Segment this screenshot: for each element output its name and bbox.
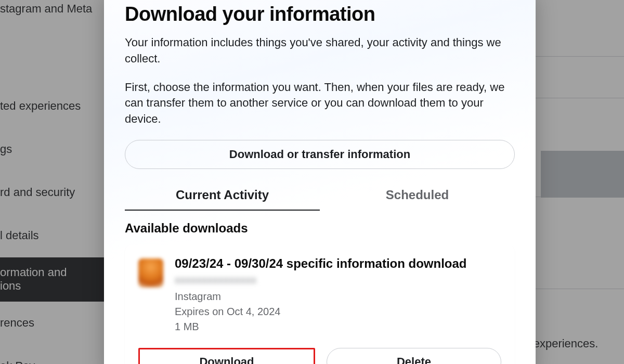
download-info-modal: Download your information Your informati…: [104, 0, 536, 364]
download-or-transfer-button[interactable]: Download or transfer information: [125, 140, 515, 169]
download-card: 09/23/24 - 09/30/24 specific information…: [125, 245, 515, 364]
available-downloads-heading: Available downloads: [125, 221, 515, 236]
download-service: Instagram: [175, 289, 501, 304]
download-expiry: Expires on Oct 4, 2024: [175, 304, 501, 319]
download-size: 1 MB: [175, 319, 501, 334]
delete-button[interactable]: Delete: [327, 348, 501, 364]
modal-lead-2: First, choose the information you want. …: [125, 80, 515, 127]
tab-current-activity[interactable]: Current Activity: [125, 184, 320, 211]
modal-lead-1: Your information includes things you've …: [125, 35, 515, 67]
modal-title: Download your information: [125, 3, 515, 25]
download-title: 09/23/24 - 09/30/24 specific information…: [175, 256, 501, 271]
tab-scheduled[interactable]: Scheduled: [320, 184, 515, 211]
download-username-blurred: xxxxxxxxxxxxxxx: [175, 274, 501, 286]
avatar: [138, 258, 163, 288]
tab-bar: Current Activity Scheduled: [125, 184, 515, 211]
download-button[interactable]: Download: [138, 348, 315, 364]
